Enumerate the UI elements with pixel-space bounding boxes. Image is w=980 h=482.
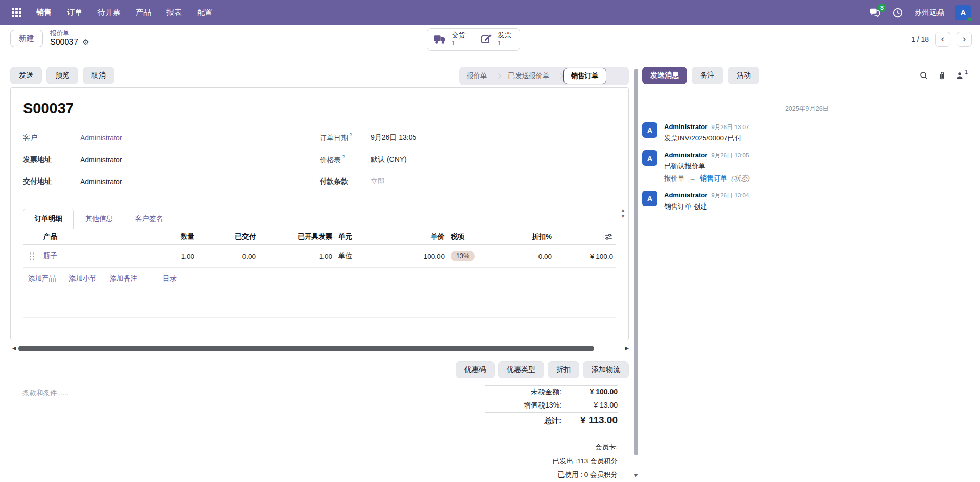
apps-grid-icon[interactable] xyxy=(7,4,26,22)
col-uom[interactable]: 单元 xyxy=(335,232,384,241)
message-avatar[interactable]: A xyxy=(642,150,657,166)
tracking-arrow-icon: → xyxy=(689,173,696,184)
menu-reporting[interactable]: 报表 xyxy=(159,0,189,25)
menu-configuration[interactable]: 配置 xyxy=(189,0,220,25)
add-note-link[interactable]: 添加备注 xyxy=(110,274,137,283)
line-tax-badge[interactable]: 13% xyxy=(451,251,475,261)
cancel-button[interactable]: 取消 xyxy=(83,67,114,84)
order-title: S00037 xyxy=(23,99,616,117)
message-time: 9月26日 13:04 xyxy=(711,191,749,200)
catalog-link[interactable]: 目录 xyxy=(163,274,177,283)
message-text: 已确认报价单 xyxy=(664,161,750,171)
order-date-value[interactable]: 9月26日 13:05 xyxy=(371,133,416,142)
message-author[interactable]: Administrator xyxy=(664,150,707,160)
add-shipping-button[interactable]: 添加物流 xyxy=(583,361,629,378)
notebook-tabs: 订单明细 其他信息 客户签名 xyxy=(23,209,616,229)
scrollbar-thumb[interactable] xyxy=(18,346,594,351)
coupon-code-button[interactable]: 优惠码 xyxy=(456,361,495,378)
menu-to-invoice[interactable]: 待开票 xyxy=(90,0,128,25)
menu-products[interactable]: 产品 xyxy=(128,0,159,25)
gear-icon[interactable]: ⚙ xyxy=(82,38,89,47)
status-quotation-sent[interactable]: 已发送报价单 xyxy=(501,71,557,81)
col-taxes[interactable]: 税项 xyxy=(448,232,496,241)
line-delivered[interactable]: 0.00 xyxy=(198,252,259,260)
tab-order-lines[interactable]: 订单明细 xyxy=(23,209,74,229)
status-sales-order[interactable]: 销售订单 xyxy=(564,68,606,84)
send-message-button[interactable]: 发送消息 xyxy=(642,67,687,84)
col-product[interactable]: 产品 xyxy=(40,232,141,241)
col-quantity[interactable]: 数量 xyxy=(141,232,198,241)
search-messages-icon[interactable] xyxy=(919,71,929,81)
scroll-right-icon[interactable]: ▶ xyxy=(625,346,629,351)
messages-icon[interactable]: 3 xyxy=(869,7,881,18)
terms-placeholder[interactable]: 条款和条件...... xyxy=(22,389,68,398)
followers-icon[interactable]: 1 xyxy=(955,71,968,80)
message-item: A Administrator 9月26日 13:07 发票INV/2025/0… xyxy=(642,122,967,143)
status-quotation[interactable]: 报价单 xyxy=(459,71,495,81)
line-discount[interactable]: 0.00 xyxy=(496,252,555,260)
scroll-down-icon[interactable]: ▼ xyxy=(633,472,639,479)
invoice-address-value[interactable]: Administrator xyxy=(80,156,122,164)
add-product-link[interactable]: 添加产品 xyxy=(28,274,56,283)
help-icon: ? xyxy=(342,155,345,160)
preview-button[interactable]: 预览 xyxy=(46,67,78,84)
delivery-smart-button[interactable]: 交货 1 xyxy=(427,29,474,50)
caret-down-icon[interactable]: ▼ xyxy=(621,214,625,219)
order-line-row[interactable]: 瓶子 1.00 0.00 1.00 单位 100.00 13% 0.00 ¥ 1… xyxy=(23,245,616,268)
col-unit-price[interactable]: 单价 xyxy=(384,232,448,241)
line-uom[interactable]: 单位 xyxy=(335,251,384,261)
date-divider: 2025年9月26日 xyxy=(642,105,972,113)
tracking-field-name: (状态) xyxy=(731,173,750,184)
pricelist-value[interactable]: 默认 (CNY) xyxy=(371,155,407,164)
untaxed-amount-label: 未税金额: xyxy=(531,388,561,397)
message-avatar[interactable]: A xyxy=(642,191,657,206)
payment-terms-value[interactable]: 立即 xyxy=(371,177,385,186)
empty-line-separator xyxy=(23,317,616,318)
horizontal-scrollbar: ◀ ▶ xyxy=(12,345,629,352)
message-item: A Administrator 9月26日 13:04 销售订单 创建 xyxy=(642,191,967,211)
delivery-address-value[interactable]: Administrator xyxy=(80,177,122,186)
col-invoiced[interactable]: 已开具发票 xyxy=(259,232,335,241)
menu-orders[interactable]: 订单 xyxy=(59,0,90,25)
activities-clock-icon[interactable] xyxy=(892,7,903,18)
tab-customer-signature[interactable]: 客户签名 xyxy=(124,209,174,229)
scroll-left-icon[interactable]: ◀ xyxy=(12,346,16,351)
new-button[interactable]: 新建 xyxy=(10,30,43,47)
customer-value[interactable]: Administrator xyxy=(80,134,122,142)
breadcrumb-current: S00037 xyxy=(50,37,78,47)
send-button[interactable]: 发送 xyxy=(10,67,42,84)
delivery-count: 1 xyxy=(452,40,465,48)
col-delivered[interactable]: 已交付 xyxy=(198,232,259,241)
company-name[interactable]: 苏州远鼎 xyxy=(915,8,944,17)
attachments-icon[interactable] xyxy=(937,71,947,81)
line-invoiced[interactable]: 1.00 xyxy=(259,252,335,260)
discount-button[interactable]: 折扣 xyxy=(548,361,579,378)
optional-columns-icon[interactable] xyxy=(555,232,616,241)
scrollbar-track[interactable] xyxy=(18,345,623,351)
line-unit-price[interactable]: 100.00 xyxy=(384,252,448,260)
col-discount[interactable]: 折扣% xyxy=(496,232,555,241)
add-section-link[interactable]: 添加小节 xyxy=(69,274,96,283)
pager-next-button[interactable]: › xyxy=(957,32,972,47)
pager-previous-button[interactable]: ‹ xyxy=(935,32,950,47)
message-avatar[interactable]: A xyxy=(642,122,657,138)
user-avatar[interactable]: A xyxy=(955,5,971,20)
drag-handle-icon[interactable] xyxy=(23,252,40,261)
tab-other-info[interactable]: 其他信息 xyxy=(74,209,124,229)
activities-button[interactable]: 活动 xyxy=(728,67,760,84)
line-quantity[interactable]: 1.00 xyxy=(141,252,198,260)
messages-count-badge: 3 xyxy=(878,4,886,12)
menu-sales[interactable]: 销售 xyxy=(29,0,59,25)
vertical-scrollbar[interactable] xyxy=(634,69,638,455)
message-author[interactable]: Administrator xyxy=(664,122,707,132)
message-author[interactable]: Administrator xyxy=(664,191,707,200)
breadcrumb-parent-link[interactable]: 报价单 xyxy=(50,30,89,37)
promotion-type-button[interactable]: 优惠类型 xyxy=(498,361,544,378)
invoice-smart-button[interactable]: 发票 1 xyxy=(474,29,520,50)
caret-up-icon[interactable]: ▲ xyxy=(621,208,625,213)
invoice-label: 发票 xyxy=(498,31,511,40)
tracking-new-value[interactable]: 销售订单 xyxy=(700,173,727,184)
line-product[interactable]: 瓶子 xyxy=(40,251,141,261)
avatar-initial: A xyxy=(961,8,966,17)
log-note-button[interactable]: 备注 xyxy=(692,67,723,84)
